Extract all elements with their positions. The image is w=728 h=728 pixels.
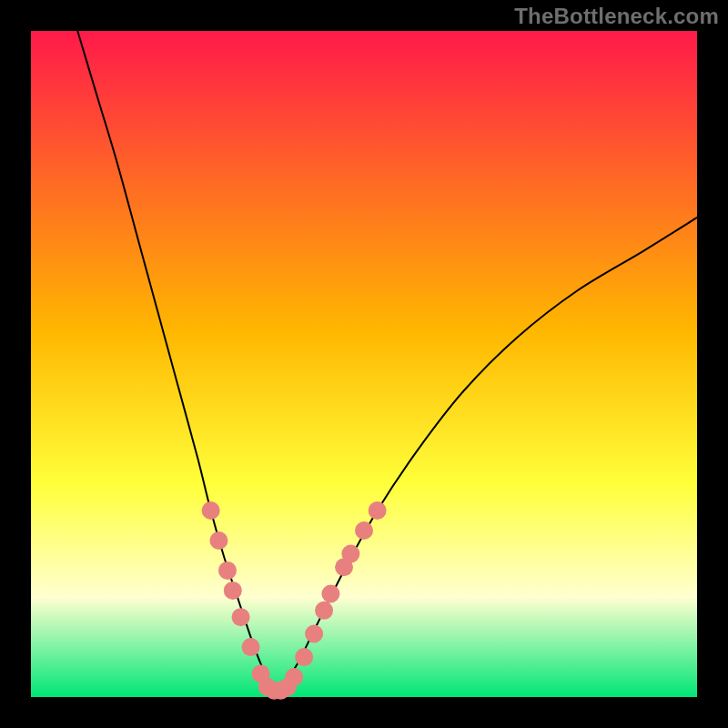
highlight-dot: [341, 545, 359, 563]
highlight-dot: [218, 561, 237, 580]
highlight-dot: [305, 624, 323, 642]
highlight-dot: [209, 531, 228, 550]
highlight-dot: [202, 501, 220, 520]
highlight-dot: [315, 602, 333, 620]
highlight-dot: [242, 638, 260, 656]
chart-frame: TheBottleneck.com: [0, 0, 728, 728]
highlight-dot: [369, 501, 387, 520]
highlight-dot: [285, 668, 303, 686]
highlight-dot: [295, 648, 313, 666]
watermark-text: TheBottleneck.com: [514, 4, 719, 29]
bottleneck-chart: [0, 0, 728, 728]
highlight-dot: [321, 585, 339, 603]
plot-background: [31, 31, 697, 697]
highlight-dot: [232, 608, 250, 626]
highlight-dot: [224, 581, 242, 600]
highlight-dot: [355, 521, 373, 540]
